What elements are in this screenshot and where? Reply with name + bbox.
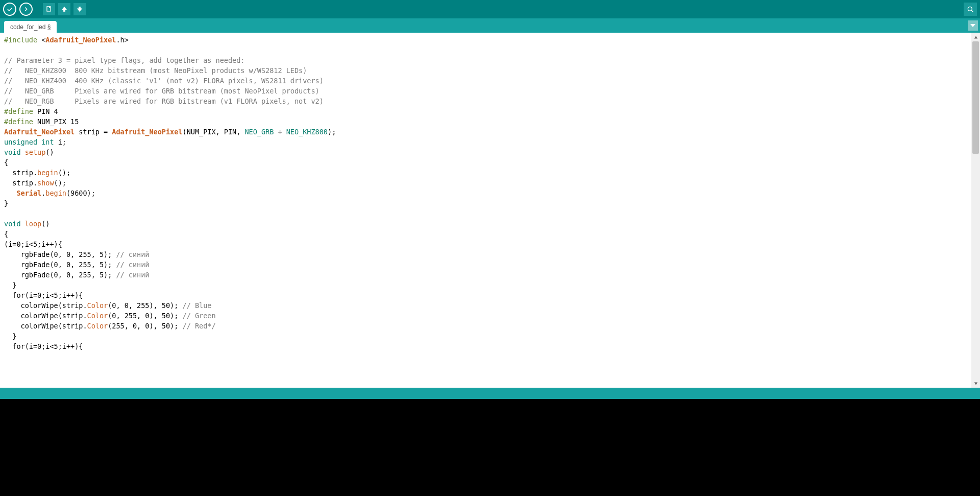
console-area	[0, 399, 980, 496]
scroll-up-arrow[interactable]	[971, 33, 980, 41]
svg-rect-4	[79, 7, 81, 9]
tab-label: code_for_led §	[10, 23, 51, 31]
vertical-scrollbar[interactable]	[971, 33, 980, 388]
svg-marker-9	[974, 382, 977, 385]
toolbar	[0, 0, 980, 18]
svg-marker-1	[62, 7, 66, 10]
arduino-ide-window: code_for_led § #include <Adafruit_NeoPix…	[0, 0, 980, 496]
code-editor[interactable]: #include <Adafruit_NeoPixel.h> // Parame…	[0, 33, 971, 388]
verify-button[interactable]	[3, 3, 16, 16]
new-button[interactable]	[43, 3, 55, 15]
svg-marker-3	[77, 9, 82, 12]
scroll-thumb[interactable]	[972, 41, 979, 154]
svg-line-6	[971, 10, 973, 12]
scroll-track[interactable]	[971, 41, 980, 379]
tab-bar: code_for_led §	[0, 18, 980, 33]
tab-dropdown-button[interactable]	[968, 20, 978, 31]
svg-rect-2	[63, 10, 65, 12]
status-bar	[0, 388, 980, 399]
editor-area: #include <Adafruit_NeoPixel.h> // Parame…	[0, 33, 980, 388]
svg-rect-0	[47, 7, 51, 11]
open-button[interactable]	[58, 3, 70, 15]
svg-marker-7	[970, 24, 975, 27]
serial-monitor-button[interactable]	[964, 3, 977, 16]
tab-code-for-led[interactable]: code_for_led §	[4, 21, 57, 33]
svg-marker-8	[974, 36, 977, 38]
save-button[interactable]	[74, 3, 86, 15]
scroll-down-arrow[interactable]	[971, 379, 980, 388]
upload-button[interactable]	[19, 3, 33, 16]
